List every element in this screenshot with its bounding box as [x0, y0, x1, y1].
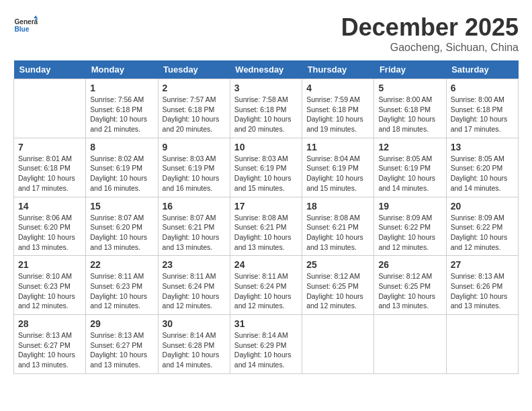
day-info: Sunrise: 8:12 AMSunset: 6:25 PMDaylight:… [306, 271, 369, 311]
day-info: Sunrise: 8:03 AMSunset: 6:19 PMDaylight:… [234, 154, 298, 193]
day-number: 27 [451, 259, 514, 270]
calendar-cell: 2Sunrise: 7:57 AMSunset: 6:18 PMDaylight… [158, 79, 230, 138]
day-info: Sunrise: 7:58 AMSunset: 6:18 PMDaylight:… [234, 95, 298, 134]
weekday-header-wednesday: Wednesday [230, 60, 302, 79]
calendar-cell: 29Sunrise: 8:13 AMSunset: 6:27 PMDayligh… [86, 315, 158, 374]
calendar-cell: 21Sunrise: 8:10 AMSunset: 6:23 PMDayligh… [14, 256, 86, 315]
week-row-4: 21Sunrise: 8:10 AMSunset: 6:23 PMDayligh… [14, 256, 519, 315]
calendar-cell: 25Sunrise: 8:12 AMSunset: 6:25 PMDayligh… [302, 256, 374, 315]
calendar-cell: 3Sunrise: 7:58 AMSunset: 6:18 PMDaylight… [230, 79, 302, 138]
day-info: Sunrise: 7:56 AMSunset: 6:18 PMDaylight:… [90, 95, 153, 134]
day-number: 4 [306, 83, 369, 93]
calendar-cell: 28Sunrise: 8:13 AMSunset: 6:27 PMDayligh… [14, 315, 86, 374]
calendar-cell: 15Sunrise: 8:07 AMSunset: 6:20 PMDayligh… [86, 197, 158, 256]
day-number: 28 [18, 318, 81, 329]
day-info: Sunrise: 8:13 AMSunset: 6:26 PMDaylight:… [451, 271, 514, 311]
weekday-header-thursday: Thursday [302, 60, 374, 79]
day-info: Sunrise: 8:06 AMSunset: 6:20 PMDaylight:… [18, 213, 81, 253]
location-title: Gaocheng, Sichuan, China [341, 42, 519, 54]
day-info: Sunrise: 8:11 AMSunset: 6:24 PMDaylight:… [234, 271, 298, 311]
week-row-1: 1Sunrise: 7:56 AMSunset: 6:18 PMDaylight… [14, 79, 519, 138]
day-number: 11 [306, 142, 369, 152]
calendar-cell: 19Sunrise: 8:09 AMSunset: 6:22 PMDayligh… [374, 197, 446, 256]
week-row-2: 7Sunrise: 8:01 AMSunset: 6:18 PMDaylight… [14, 138, 519, 197]
calendar-cell: 27Sunrise: 8:13 AMSunset: 6:26 PMDayligh… [446, 256, 518, 315]
calendar-cell: 8Sunrise: 8:02 AMSunset: 6:19 PMDaylight… [86, 138, 158, 197]
weekday-header-sunday: Sunday [14, 60, 86, 79]
calendar-cell: 12Sunrise: 8:05 AMSunset: 6:19 PMDayligh… [374, 138, 446, 197]
month-title: December 2025 [341, 13, 519, 42]
day-number: 30 [163, 318, 226, 329]
day-number: 10 [234, 142, 298, 152]
calendar-cell: 23Sunrise: 8:11 AMSunset: 6:24 PMDayligh… [158, 256, 230, 315]
day-number: 13 [451, 142, 514, 152]
calendar-cell: 6Sunrise: 8:00 AMSunset: 6:18 PMDaylight… [446, 79, 518, 138]
calendar-cell [302, 315, 374, 374]
day-info: Sunrise: 8:14 AMSunset: 6:28 PMDaylight:… [163, 330, 226, 370]
calendar-cell [446, 315, 518, 374]
svg-text:Blue: Blue [14, 26, 29, 33]
day-info: Sunrise: 8:00 AMSunset: 6:18 PMDaylight:… [378, 95, 441, 134]
day-number: 8 [90, 142, 153, 152]
calendar-cell: 10Sunrise: 8:03 AMSunset: 6:19 PMDayligh… [230, 138, 302, 197]
calendar-table: SundayMondayTuesdayWednesdayThursdayFrid… [13, 60, 519, 374]
calendar-cell: 24Sunrise: 8:11 AMSunset: 6:24 PMDayligh… [230, 256, 302, 315]
day-info: Sunrise: 8:13 AMSunset: 6:27 PMDaylight:… [90, 330, 153, 370]
day-number: 22 [90, 259, 153, 270]
calendar-cell: 11Sunrise: 8:04 AMSunset: 6:19 PMDayligh… [302, 138, 374, 197]
day-info: Sunrise: 8:08 AMSunset: 6:21 PMDaylight:… [306, 213, 369, 253]
day-info: Sunrise: 8:09 AMSunset: 6:22 PMDaylight:… [451, 213, 514, 253]
calendar-cell: 9Sunrise: 8:03 AMSunset: 6:19 PMDaylight… [158, 138, 230, 197]
day-info: Sunrise: 8:00 AMSunset: 6:18 PMDaylight:… [451, 95, 514, 134]
day-info: Sunrise: 8:11 AMSunset: 6:23 PMDaylight:… [90, 271, 153, 311]
calendar-cell: 20Sunrise: 8:09 AMSunset: 6:22 PMDayligh… [446, 197, 518, 256]
day-info: Sunrise: 8:08 AMSunset: 6:21 PMDaylight:… [234, 213, 298, 253]
weekday-header-tuesday: Tuesday [158, 60, 230, 79]
day-info: Sunrise: 8:01 AMSunset: 6:18 PMDaylight:… [18, 154, 81, 193]
day-number: 12 [378, 142, 441, 152]
day-info: Sunrise: 8:13 AMSunset: 6:27 PMDaylight:… [18, 330, 81, 370]
day-number: 3 [234, 83, 298, 93]
weekday-header-row: SundayMondayTuesdayWednesdayThursdayFrid… [14, 60, 519, 79]
calendar-cell: 22Sunrise: 8:11 AMSunset: 6:23 PMDayligh… [86, 256, 158, 315]
calendar-cell: 5Sunrise: 8:00 AMSunset: 6:18 PMDaylight… [374, 79, 446, 138]
day-number: 21 [18, 259, 81, 270]
day-info: Sunrise: 7:59 AMSunset: 6:18 PMDaylight:… [306, 95, 369, 134]
calendar-cell: 4Sunrise: 7:59 AMSunset: 6:18 PMDaylight… [302, 79, 374, 138]
day-info: Sunrise: 8:04 AMSunset: 6:19 PMDaylight:… [306, 154, 369, 193]
calendar-cell: 16Sunrise: 8:07 AMSunset: 6:21 PMDayligh… [158, 197, 230, 256]
day-info: Sunrise: 8:07 AMSunset: 6:20 PMDaylight:… [90, 213, 153, 253]
day-number: 17 [234, 201, 298, 212]
day-number: 6 [451, 83, 514, 93]
calendar-cell: 18Sunrise: 8:08 AMSunset: 6:21 PMDayligh… [302, 197, 374, 256]
day-number: 2 [163, 83, 226, 93]
day-info: Sunrise: 8:12 AMSunset: 6:25 PMDaylight:… [378, 271, 441, 311]
day-info: Sunrise: 8:10 AMSunset: 6:23 PMDaylight:… [18, 271, 81, 311]
day-info: Sunrise: 8:03 AMSunset: 6:19 PMDaylight:… [163, 154, 226, 193]
day-number: 23 [163, 259, 226, 270]
calendar-cell: 17Sunrise: 8:08 AMSunset: 6:21 PMDayligh… [230, 197, 302, 256]
weekday-header-saturday: Saturday [446, 60, 518, 79]
title-area: December 2025 Gaocheng, Sichuan, China [341, 13, 519, 54]
day-info: Sunrise: 7:57 AMSunset: 6:18 PMDaylight:… [163, 95, 226, 134]
day-number: 31 [234, 318, 298, 329]
calendar-cell [14, 79, 86, 138]
calendar-cell [374, 315, 446, 374]
calendar-cell: 13Sunrise: 8:05 AMSunset: 6:20 PMDayligh… [446, 138, 518, 197]
day-info: Sunrise: 8:11 AMSunset: 6:24 PMDaylight:… [163, 271, 226, 311]
day-number: 14 [18, 201, 81, 212]
day-number: 25 [306, 259, 369, 270]
day-info: Sunrise: 8:02 AMSunset: 6:19 PMDaylight:… [90, 154, 153, 193]
calendar-cell: 7Sunrise: 8:01 AMSunset: 6:18 PMDaylight… [14, 138, 86, 197]
logo: General Blue [13, 13, 38, 38]
day-number: 29 [90, 318, 153, 329]
week-row-5: 28Sunrise: 8:13 AMSunset: 6:27 PMDayligh… [14, 315, 519, 374]
day-info: Sunrise: 8:07 AMSunset: 6:21 PMDaylight:… [163, 213, 226, 253]
day-number: 1 [90, 83, 153, 93]
week-row-3: 14Sunrise: 8:06 AMSunset: 6:20 PMDayligh… [14, 197, 519, 256]
day-number: 16 [163, 201, 226, 212]
svg-marker-2 [34, 15, 38, 18]
day-number: 9 [163, 142, 226, 152]
weekday-header-friday: Friday [374, 60, 446, 79]
weekday-header-monday: Monday [86, 60, 158, 79]
